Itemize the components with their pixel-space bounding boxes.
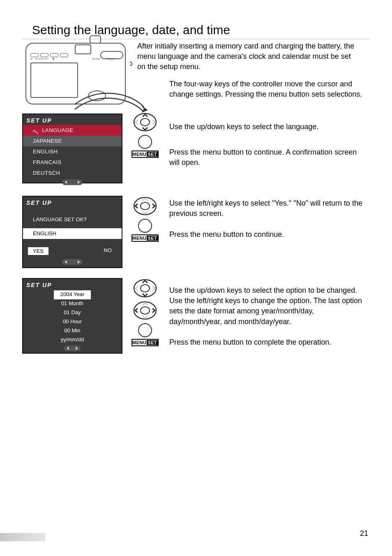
step1a-paragraph: Use the up/down keys to select the langu…: [169, 122, 363, 132]
svg-point-3: [134, 197, 156, 215]
language-option-english: ENGLISH: [23, 146, 122, 157]
setup-header: SET UP: [23, 197, 122, 207]
dpad-leftright-icon: [133, 301, 157, 320]
svg-point-7: [134, 302, 156, 319]
svg-marker-0: [141, 105, 148, 113]
date-row-year: 2004 Year: [54, 290, 91, 299]
controls-column-3: MENUSET: [130, 279, 160, 352]
svg-point-6: [141, 285, 150, 292]
date-row-min: 00 Min: [23, 327, 122, 336]
menu-set-label: MENUSET: [131, 234, 159, 242]
no-option: NO: [104, 247, 112, 255]
intro-paragraph: After initially inserting a memory card …: [137, 41, 359, 72]
left-right-pill-icon: [62, 259, 83, 265]
language-row: abc LANGUAGE: [23, 125, 122, 136]
dpad-updown-icon: [133, 113, 157, 132]
dpad-leftright-icon: [133, 197, 157, 215]
screen-footer: [23, 178, 122, 188]
menu-set-label: MENUSET: [131, 339, 159, 346]
left-right-pill-icon: [62, 179, 83, 185]
menu-set-label: MENUSET: [131, 151, 159, 158]
controls-column-2: MENUSET: [130, 197, 160, 246]
setup-label: SET UP: [26, 117, 52, 124]
language-option-francais: FRANCAIS: [23, 157, 122, 168]
date-row-hour: 00 Hour: [23, 317, 122, 327]
dpad-updown-icon: [133, 279, 157, 298]
yes-no-row: YES NO: [23, 239, 122, 258]
language-option-deutsch: DEUTSCH: [23, 168, 122, 178]
setup-label: SET UP: [26, 282, 52, 288]
language-option-japanese: JAPANESE: [23, 136, 122, 146]
screen-footer: [23, 258, 122, 267]
menu-button-icon: [138, 219, 152, 233]
svg-point-8: [141, 307, 150, 314]
svg-point-1: [134, 114, 156, 131]
language-label: LANGUAGE: [42, 127, 73, 133]
controller-paragraph: The four-way keys of the controller move…: [169, 79, 363, 100]
step2a-paragraph: Use the left/right keys to select "Yes."…: [169, 198, 363, 219]
svg-point-4: [141, 202, 150, 210]
svg-point-2: [141, 118, 150, 126]
menu-button-icon: [138, 135, 152, 149]
yes-option: YES: [28, 247, 48, 255]
svg-point-5: [134, 280, 156, 297]
setup-screen-confirm: SET UP LANGUAGE SET OK? ENGLISH YES NO: [22, 196, 122, 268]
setup-header: SET UP: [23, 279, 122, 290]
step3b-paragraph: Press the menu button to complete the op…: [169, 337, 363, 348]
screen-footer: [23, 345, 122, 354]
date-row-format: yy/mm/dd: [23, 336, 122, 345]
setup-screen-datetime: SET UP 2004 Year 01 Month 01 Day 00 Hour…: [22, 278, 122, 354]
menu-button-icon: [138, 323, 152, 337]
setup-label: SET UP: [26, 199, 52, 206]
confirm-value: ENGLISH: [23, 228, 122, 239]
left-right-pill-icon: [64, 345, 81, 351]
setup-header: SET UP: [23, 114, 122, 125]
camera-back-illustration: ⧉ DISPLAY 🗑 WIDE TELE: [22, 37, 129, 109]
controls-column-1: MENUSET: [130, 113, 160, 162]
date-row-day: 01 Day: [23, 308, 122, 317]
confirm-prompt: LANGUAGE SET OK?: [23, 207, 122, 228]
step3a-paragraph: Use the up/down keys to select the optio…: [169, 285, 363, 327]
setup-screen-language: SET UP abc LANGUAGE JAPANESE ENGLISH FRA…: [22, 114, 122, 183]
step1b-paragraph: Press the menu button to continue. A con…: [169, 147, 363, 168]
footer-bar: [0, 533, 45, 541]
page-title: Setting the language, date, and time: [32, 23, 230, 37]
step2b-paragraph: Press the menu button to continue.: [169, 229, 363, 240]
page-number: 21: [360, 529, 368, 538]
date-row-month: 01 Month: [23, 299, 122, 308]
